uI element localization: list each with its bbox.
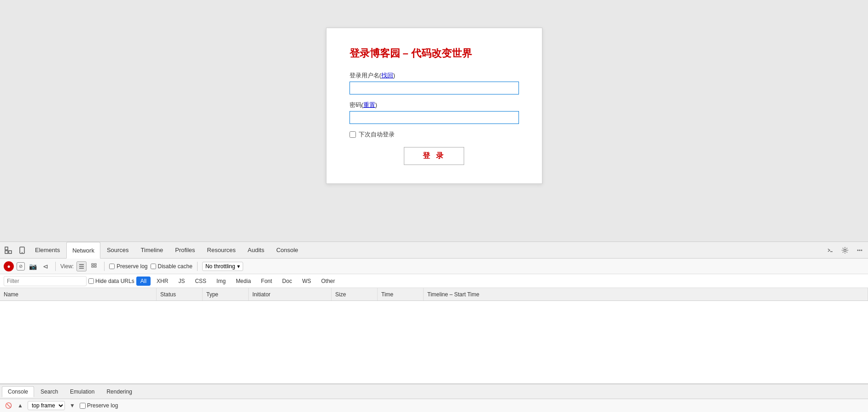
filter-type-font[interactable]: Font [257,277,276,286]
remember-checkbox[interactable] [350,131,356,138]
hide-data-urls-label[interactable]: Hide data URLs [88,278,134,284]
login-button[interactable]: 登 录 [404,147,464,165]
svg-rect-0 [5,247,8,250]
console-preserve-log-checkbox[interactable] [80,403,86,409]
console-down-icon[interactable]: ▼ [68,401,77,410]
col-time: Time [378,288,424,300]
filter-input[interactable] [4,276,87,286]
filter-row: Hide data URLs All XHR JS CSS Img Media … [0,274,868,288]
filter-type-other[interactable]: Other [317,277,339,286]
svg-point-4 [22,252,23,253]
console-preserve-log-label[interactable]: Preserve log [80,402,118,409]
password-input[interactable] [350,111,519,124]
disable-cache-checkbox[interactable] [151,264,156,269]
devtools-bottom: Console Search Emulation Rendering 🚫 ▲ t… [0,383,868,412]
hide-data-urls-checkbox[interactable] [88,278,94,284]
preserve-log-checkbox[interactable] [109,264,115,269]
bottom-tabs-bar: Console Search Emulation Rendering [0,384,868,399]
view-label: View: [60,263,74,270]
svg-point-6 [844,249,846,251]
devtools-panel: Elements Network Sources Timeline Profil… [0,241,868,412]
console-clear-icon[interactable]: 🚫 [4,401,13,410]
filter-type-xhr[interactable]: XHR [152,277,172,286]
col-initiator: Initiator [249,288,332,300]
tab-elements[interactable]: Elements [29,242,65,259]
tab-sources[interactable]: Sources [101,242,134,259]
col-timeline: Timeline – Start Time [424,288,868,300]
filter-type-img[interactable]: Img [212,277,230,286]
bottom-tab-console[interactable]: Console [2,386,34,397]
throttle-chevron-icon: ▾ [237,263,240,270]
tab-profiles[interactable]: Profiles [169,242,200,259]
tab-network[interactable]: Network [66,242,100,259]
bottom-tab-rendering[interactable]: Rendering [101,387,137,397]
devtools-terminal-icon[interactable] [824,244,837,257]
filter-button[interactable]: ⊲ [41,261,51,271]
col-type: Type [203,288,249,300]
view-list-button[interactable] [76,261,87,271]
svg-rect-13 [92,264,93,265]
throttle-select[interactable]: No throttling ▾ [202,262,243,271]
console-up-icon[interactable]: ▲ [16,401,25,410]
svg-point-9 [861,249,862,251]
password-label: 密码(重置) [350,101,519,109]
devtools-tabs-bar: Elements Network Sources Timeline Profil… [0,242,868,259]
table-header: Name Status Type Initiator Size Time Tim… [0,288,868,301]
preserve-log-label[interactable]: Preserve log [109,263,147,270]
camera-button[interactable]: 📷 [28,261,38,271]
remember-label: 下次自动登录 [359,130,395,139]
username-recover-link[interactable]: 找回 [381,72,393,79]
filter-type-doc[interactable]: Doc [278,277,296,286]
username-label: 登录用户名(找回) [350,71,519,80]
bottom-tab-emulation[interactable]: Emulation [64,387,100,397]
devtools-more-icon[interactable] [853,244,866,257]
svg-rect-14 [92,266,93,267]
col-size: Size [332,288,378,300]
col-status: Status [157,288,203,300]
network-table[interactable]: Name Status Type Initiator Size Time Tim… [0,288,868,383]
tab-console[interactable]: Console [271,242,304,259]
tab-audits[interactable]: Audits [242,242,270,259]
tab-resources[interactable]: Resources [202,242,241,259]
filter-type-media[interactable]: Media [232,277,255,286]
view-tree-button[interactable] [89,261,99,271]
password-reset-link[interactable]: 重置 [363,101,375,108]
devtools-settings-icon[interactable] [839,244,851,257]
col-name: Name [0,288,157,300]
filter-type-all[interactable]: All [136,277,151,286]
svg-point-7 [857,249,859,251]
remember-row: 下次自动登录 [350,130,519,139]
bottom-toolbar: 🚫 ▲ top frame ▼ Preserve log [0,399,868,412]
stop-button[interactable]: ⊘ [17,262,25,271]
svg-rect-16 [94,266,96,267]
svg-point-8 [859,249,861,251]
login-title: 登录博客园 – 代码改变世界 [350,47,519,60]
bottom-tab-search[interactable]: Search [35,387,64,397]
network-toolbar: ● ⊘ 📷 ⊲ View: Preserve log Disable cache… [0,259,868,274]
frame-select[interactable]: top frame [28,401,65,410]
filter-type-ws[interactable]: WS [298,277,315,286]
table-body [0,301,868,383]
mobile-icon[interactable] [16,244,29,257]
svg-rect-15 [94,264,96,265]
main-content: 登录博客园 – 代码改变世界 登录用户名(找回) 密码(重置) 下次自动登录 登… [0,0,868,241]
record-button[interactable]: ● [4,261,14,271]
disable-cache-label[interactable]: Disable cache [151,263,192,270]
username-input[interactable] [350,82,519,94]
svg-rect-1 [9,251,12,253]
filter-type-css[interactable]: CSS [191,277,210,286]
login-card: 登录博客园 – 代码改变世界 登录用户名(找回) 密码(重置) 下次自动登录 登… [326,28,542,184]
tab-timeline[interactable]: Timeline [135,242,169,259]
filter-type-js[interactable]: JS [174,277,189,286]
svg-rect-2 [5,251,8,253]
inspect-icon[interactable] [2,244,15,257]
